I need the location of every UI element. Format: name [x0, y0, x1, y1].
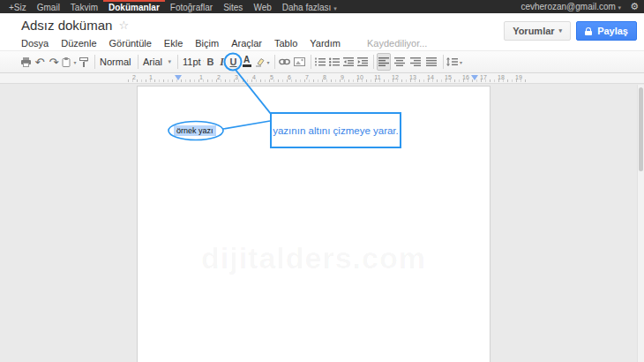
color-swatch [243, 64, 251, 67]
undo-button[interactable]: ↶ [34, 53, 46, 71]
line-spacing-button[interactable]: ▾ [446, 53, 462, 71]
nav-documents-active[interactable]: Dokümanlar [103, 0, 165, 13]
outdent-icon [343, 57, 354, 66]
insert-image-button[interactable] [293, 53, 306, 71]
chevron-down-icon: ▾ [618, 4, 622, 11]
nav-gmail[interactable]: Gmail [32, 0, 65, 13]
justify-button[interactable] [424, 53, 438, 71]
document-title[interactable]: Adsız doküman [21, 18, 112, 33]
web-clipboard-button[interactable]: ▾ [62, 53, 77, 71]
google-services-nav: +Siz Gmail Takvim Dokümanlar Fotoğraflar… [0, 0, 342, 13]
align-right-icon [410, 57, 421, 66]
ruler-number: 4 [252, 74, 256, 80]
ruler-number: 2 [217, 74, 221, 80]
nav-calendar[interactable]: Takvim [65, 0, 103, 13]
watermark-text: dijitalders.com [138, 241, 490, 275]
numbered-list-button[interactable] [314, 53, 326, 71]
menu-help[interactable]: Yardım [310, 38, 341, 49]
toolbar-separator [373, 55, 374, 69]
align-center-button[interactable] [393, 53, 407, 71]
scrollbar-thumb[interactable] [639, 87, 643, 171]
underline-button[interactable]: U [228, 53, 238, 71]
ruler-number: 17 [480, 74, 487, 80]
paint-roller-icon [79, 57, 89, 67]
align-center-icon [394, 57, 405, 66]
account-email-menu[interactable]: cevherozan@gmail.com ▾ [520, 2, 621, 11]
increase-indent-button[interactable] [356, 53, 369, 71]
tutorial-note-text: yazının altını çizmeye yarar. [273, 125, 399, 136]
selected-sample-text[interactable]: örnek yazı [174, 125, 216, 136]
justify-icon [426, 57, 437, 66]
paint-format-button[interactable] [79, 53, 90, 71]
chevron-down-icon: ▾ [168, 58, 171, 65]
editing-toolbar: ↶ ↷ ▾ Normal m...▾ Arial▾ 11pt▾ B I U A … [0, 50, 644, 73]
bulleted-list-button[interactable] [328, 53, 341, 71]
nav-plus-you[interactable]: +Siz [4, 0, 32, 13]
left-margin-marker[interactable] [175, 75, 182, 80]
nav-sites[interactable]: Sites [218, 0, 248, 13]
chevron-down-icon: ▾ [460, 59, 462, 65]
comments-button[interactable]: Yorumlar ▾ [504, 21, 571, 41]
ruler-number: 8 [323, 74, 326, 80]
printer-icon [20, 57, 32, 67]
menu-tools[interactable]: Araçlar [231, 38, 262, 49]
horizontal-ruler: 2112345678910111213141516171819 [0, 73, 644, 84]
ruler-number: 13 [409, 74, 416, 80]
link-icon [279, 58, 290, 65]
font-size-dropdown[interactable]: 11pt▾ [181, 53, 204, 71]
redo-button[interactable]: ↷ [48, 53, 60, 71]
indent-icon [357, 57, 368, 66]
menu-file[interactable]: Dosya [21, 38, 49, 49]
nav-more-menu[interactable]: Daha fazlası ▾ [277, 0, 342, 13]
paragraph-styles-dropdown[interactable]: Normal m...▾ [98, 53, 133, 71]
toolbar-separator [274, 55, 275, 69]
align-left-button[interactable] [377, 53, 391, 71]
ruler-number: 3 [235, 74, 238, 80]
text-color-button[interactable]: A [240, 53, 253, 71]
google-black-bar: +Siz Gmail Takvim Dokümanlar Fotoğraflar… [0, 0, 644, 13]
nav-photos[interactable]: Fotoğraflar [165, 0, 218, 13]
ruler-number: 1 [149, 74, 153, 80]
menu-format[interactable]: Biçim [195, 38, 219, 49]
star-icon[interactable]: ☆ [118, 19, 129, 32]
ruler-number: 2 [132, 74, 136, 80]
font-family-dropdown[interactable]: Arial▾ [141, 53, 173, 71]
chevron-down-icon: ▾ [73, 59, 76, 65]
decrease-indent-button[interactable] [342, 53, 355, 71]
menu-table[interactable]: Tablo [274, 38, 297, 49]
right-margin-marker[interactable] [471, 75, 478, 80]
ruler-number: 5 [270, 74, 273, 80]
menu-insert[interactable]: Ekle [164, 38, 183, 49]
saving-status: Kaydediliyor... [367, 38, 427, 49]
gear-icon[interactable]: ⚙ [630, 2, 639, 11]
numbered-list-icon [315, 57, 326, 66]
toolbar-separator [311, 55, 311, 69]
insert-link-button[interactable] [278, 53, 291, 71]
ruler-number: 18 [498, 74, 505, 80]
menu-view[interactable]: Görüntüle [109, 38, 152, 49]
ruler-number: 9 [341, 74, 344, 80]
ruler-number: 12 [392, 74, 399, 80]
menu-edit[interactable]: Düzenle [61, 38, 96, 49]
align-right-button[interactable] [408, 53, 423, 71]
tutorial-note-box: yazının altını çizmeye yarar. [270, 112, 401, 148]
print-button[interactable] [19, 53, 32, 71]
bold-button[interactable]: B [206, 53, 215, 71]
line-spacing-icon [446, 57, 458, 66]
align-left-icon [378, 57, 389, 66]
vertical-scrollbar[interactable] [637, 85, 644, 362]
highlighter-icon [255, 57, 265, 67]
italic-button[interactable]: I [217, 53, 227, 71]
toolbar-separator [177, 55, 178, 69]
nav-web[interactable]: Web [248, 0, 276, 13]
chevron-down-icon: ▾ [266, 59, 269, 65]
highlight-color-button[interactable]: ▾ [255, 53, 270, 71]
ruler-number: 19 [515, 74, 522, 80]
ruler-number: 6 [288, 74, 291, 80]
share-button[interactable]: Paylaş [576, 21, 637, 41]
ruler-number: 11 [374, 74, 380, 80]
ruler-number: 7 [305, 74, 309, 80]
redo-icon: ↷ [49, 56, 59, 69]
image-icon [294, 57, 305, 66]
ruler-number: 14 [427, 74, 434, 80]
